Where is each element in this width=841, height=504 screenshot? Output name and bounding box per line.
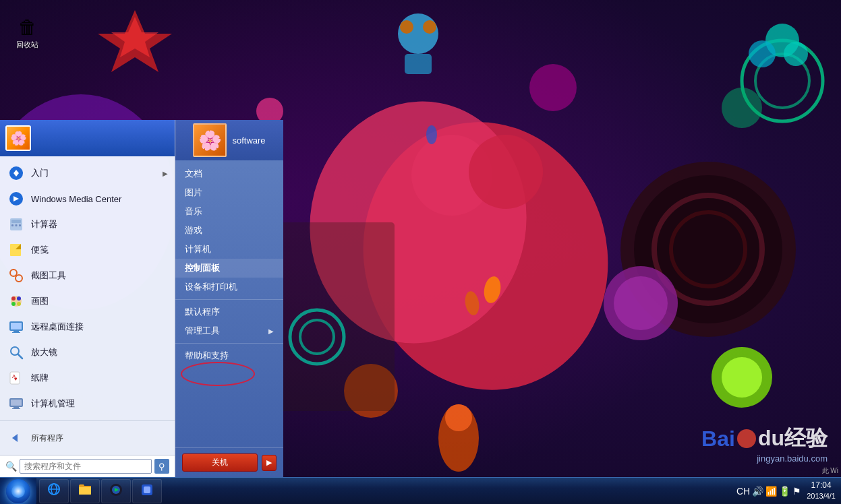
svg-point-35 [463, 290, 481, 317]
right-menu-default-programs[interactable]: 默认程序 [175, 303, 283, 321]
start-orb [6, 479, 30, 503]
svg-line-51 [16, 275, 17, 276]
admin-tools-arrow: ▶ [268, 327, 274, 335]
recycle-bin-icon[interactable]: 🗑 回收站 [13, 13, 41, 53]
menu-item-solitaire[interactable]: A♥ 纸牌 [0, 365, 175, 391]
flag-icon[interactable]: ⚑ [792, 486, 801, 497]
svg-point-55 [11, 302, 16, 306]
svg-rect-60 [12, 332, 20, 333]
svg-rect-59 [13, 331, 19, 332]
svg-point-25 [604, 266, 678, 340]
svg-point-26 [614, 276, 668, 330]
menu-item-getting-started[interactable]: 入门 ▶ [0, 160, 175, 186]
svg-point-8 [654, 195, 762, 303]
getting-started-icon [7, 164, 26, 183]
baidu-b: Bai [701, 427, 735, 451]
notification-icons: CH 🔊 📶 🔋 ⚑ [736, 486, 801, 497]
search-bar: 🔍 ⚲ [0, 455, 175, 477]
volume-icon[interactable]: 🔊 [752, 486, 763, 497]
sticky-notes-label: 便笺 [31, 244, 49, 256]
right-menu-items: 文档 图片 音乐 游戏 计算机 控制面板 设备 [175, 160, 283, 369]
getting-started-label: 入门 [31, 167, 49, 179]
windows-logo [11, 484, 25, 498]
taskbar-clock[interactable]: 17:04 2013/4/1 [807, 480, 836, 501]
svg-marker-17 [98, 10, 172, 72]
start-menu-header: 🌸 [0, 120, 175, 156]
svg-point-4 [411, 135, 492, 216]
control-panel-label: 控制面板 [185, 262, 220, 274]
baidu-watermark: Bai du经验 jingyan.baidu.com [701, 424, 828, 464]
svg-rect-45 [16, 224, 18, 226]
search-button[interactable]: ⚲ [154, 459, 169, 474]
right-menu-pictures[interactable]: 图片 [175, 183, 283, 202]
taskbar-box[interactable] [132, 479, 162, 503]
menu-item-sticky-notes[interactable]: 便笺 [0, 237, 175, 263]
devices-printers-label: 设备和打印机 [185, 281, 237, 293]
shutdown-button[interactable]: 关机 [182, 453, 258, 472]
taskbar-ie[interactable] [39, 479, 69, 503]
sticky-notes-icon [7, 241, 26, 259]
right-menu-documents[interactable]: 文档 [175, 164, 283, 183]
right-menu-control-panel[interactable]: 控制面板 [175, 259, 283, 278]
shutdown-arrow-button[interactable]: ▶ [262, 455, 277, 471]
baidu-subtitle: jingyan.baidu.com [701, 453, 828, 464]
lang-indicator[interactable]: CH [736, 486, 750, 497]
calculator-icon [7, 215, 26, 234]
menu-item-magnifier[interactable]: 放大镜 [0, 340, 175, 365]
svg-rect-44 [11, 224, 13, 226]
right-menu-admin-tools[interactable]: 管理工具 ▶ [175, 321, 283, 340]
wmc-label: Windows Media Center [31, 194, 121, 204]
all-programs-item[interactable]: 所有程序 [0, 425, 175, 451]
svg-point-7 [634, 175, 782, 323]
wmc-icon [7, 189, 26, 208]
avatar-image: 🌸 [7, 127, 30, 150]
taskbar: CH 🔊 📶 🔋 ⚑ 17:04 2013/4/1 [0, 477, 841, 504]
menu-item-wmc[interactable]: Windows Media Center [0, 186, 175, 212]
right-menu-help-support[interactable]: 帮助和支持 [175, 346, 283, 365]
svg-point-53 [11, 296, 16, 301]
taskbar-wmp[interactable] [101, 479, 131, 503]
calculator-label: 计算器 [31, 218, 57, 230]
menu-item-computer-mgmt[interactable]: 计算机管理 [0, 391, 175, 416]
right-menu-devices-printers[interactable]: 设备和打印机 [175, 278, 283, 296]
right-menu-divider [175, 299, 283, 300]
menu-item-calculator[interactable]: 计算器 [0, 212, 175, 237]
search-icon: 🔍 [5, 461, 17, 472]
admin-tools-label: 管理工具 [185, 325, 220, 337]
menu-item-snipping[interactable]: 截图工具 [0, 263, 175, 288]
menu-item-paint[interactable]: 画图 [0, 288, 175, 314]
network-icon[interactable]: 📶 [765, 486, 777, 497]
start-button[interactable] [0, 478, 36, 505]
right-menu-music[interactable]: 音乐 [175, 202, 283, 221]
computer-mgmt-label: 计算机管理 [31, 398, 75, 410]
svg-point-6 [620, 162, 796, 337]
right-menu-computer[interactable]: 计算机 [175, 240, 283, 259]
svg-point-9 [671, 212, 745, 286]
magnifier-icon [7, 343, 26, 362]
svg-point-2 [333, 94, 637, 418]
menu-item-remote-desktop[interactable]: 远程桌面连接 [0, 314, 175, 340]
remote-desktop-icon [7, 317, 26, 336]
paint-icon [7, 292, 26, 311]
taskbar-explorer[interactable] [70, 479, 100, 503]
snipping-label: 截图工具 [31, 270, 66, 282]
right-menu-divider2 [175, 343, 283, 344]
start-menu: 🌸 入门 ▶ Windows Media Ce [0, 120, 283, 477]
svg-rect-22 [405, 54, 432, 74]
svg-point-14 [765, 24, 799, 57]
svg-point-21 [423, 20, 436, 34]
svg-rect-58 [11, 323, 22, 329]
battery-icon[interactable]: 🔋 [779, 486, 790, 497]
user-avatar: 🌸 [5, 125, 31, 151]
search-input[interactable] [20, 459, 152, 474]
svg-point-11 [742, 40, 823, 121]
svg-rect-39 [280, 222, 395, 411]
folder-icon [78, 483, 92, 499]
svg-line-62 [18, 354, 22, 358]
start-menu-right-panel: 🌸 software 文档 图片 音乐 游戏 计算机 [175, 120, 283, 477]
right-menu-games[interactable]: 游戏 [175, 221, 283, 240]
taskbar-right-area: CH 🔊 📶 🔋 ⚑ 17:04 2013/4/1 [736, 480, 841, 501]
username-label: software [232, 135, 265, 146]
svg-rect-68 [13, 407, 19, 408]
svg-point-30 [300, 320, 334, 354]
